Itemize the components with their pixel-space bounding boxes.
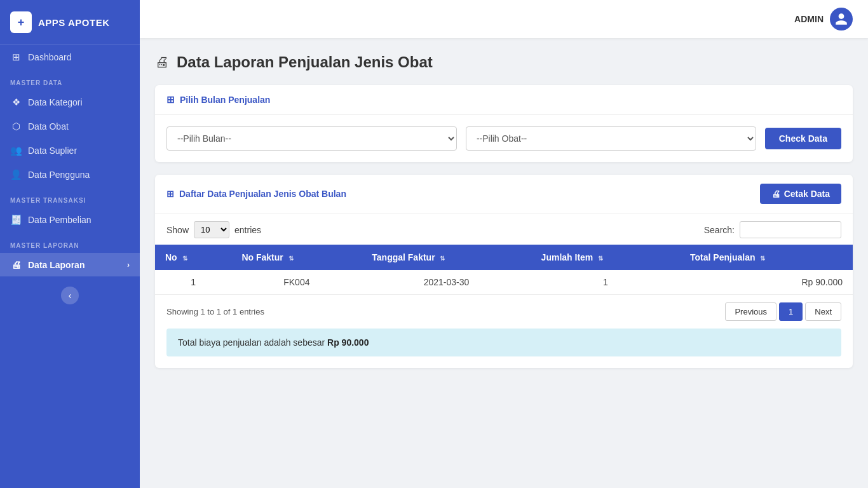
cell-total-penjualan: Rp 90.000 — [680, 270, 853, 294]
total-info: Total biaya penjualan adalah sebesar Rp … — [166, 329, 841, 356]
col-jumlah-item: Jumlah Item ⇅ — [531, 245, 680, 270]
obat-icon: ⬡ — [10, 121, 22, 132]
sidebar-item-label: Dashboard — [28, 52, 72, 62]
table-footer: Showing 1 to 1 of 1 entries Previous 1 N… — [155, 294, 853, 329]
filter-card-title: Pilih Bulan Penjualan — [180, 95, 270, 105]
sidebar-item-data-pengguna[interactable]: 👤 Data Pengguna — [0, 163, 140, 187]
check-data-button[interactable]: Check Data — [765, 128, 841, 149]
dashboard-icon: ⊞ — [10, 51, 22, 63]
topbar: ADMIN — [140, 0, 868, 38]
col-no-faktur: No Faktur ⇅ — [231, 245, 362, 270]
sidebar-item-label: Data Suplier — [28, 146, 77, 156]
col-total-penjualan: Total Penjualan ⇅ — [680, 245, 853, 270]
sidebar-item-data-laporan[interactable]: 🖨 Data Laporan › — [0, 253, 140, 276]
pengguna-icon: 👤 — [10, 169, 22, 180]
cell-no-faktur: FK004 — [231, 270, 362, 294]
sidebar-item-label: Data Kategori — [28, 97, 83, 107]
table-card-icon: ⊞ — [166, 189, 174, 199]
kategori-icon: ❖ — [10, 97, 22, 108]
filter-card-body: --Pilih Bulan-- Januari Februari Maret A… — [155, 115, 853, 162]
search-input[interactable] — [740, 221, 841, 238]
filter-card-header: ⊞ Pilih Bulan Penjualan — [155, 85, 853, 115]
table-row: 1 FK004 2021-03-30 1 Rp 90.000 — [155, 270, 853, 294]
sidebar-item-label: Data Pengguna — [28, 170, 90, 180]
table-card-title: ⊞ Daftar Data Penjualan Jenis Obat Bulan — [166, 189, 346, 199]
cell-jumlah-item: 1 — [531, 270, 680, 294]
logo-icon: + — [10, 11, 32, 33]
section-label-master-transaksi: MASTER TRANSAKSI — [0, 187, 140, 208]
suplier-icon: 👥 — [10, 145, 22, 156]
section-label-master-laporan: MASTER LAPORAN — [0, 232, 140, 253]
entries-select[interactable]: 10 25 50 100 — [194, 221, 229, 238]
sort-icon-no: ⇅ — [182, 255, 187, 262]
table-card-title-text: Daftar Data Penjualan Jenis Obat Bulan — [179, 189, 346, 199]
search-box: Search: — [704, 221, 841, 238]
content-area: 🖨 Data Laporan Penjualan Jenis Obat ⊞ Pi… — [140, 38, 868, 488]
page-title: Data Laporan Penjualan Jenis Obat — [177, 53, 433, 71]
previous-button[interactable]: Previous — [725, 302, 776, 321]
page-header-icon: 🖨 — [155, 54, 169, 71]
sidebar-item-label: Data Pembelian — [28, 215, 92, 225]
table-card-header: ⊞ Daftar Data Penjualan Jenis Obat Bulan… — [155, 175, 853, 214]
table-header-row: No ⇅ No Faktur ⇅ Tanggal Faktur ⇅ Jumlah… — [155, 245, 853, 270]
total-amount: Rp 90.000 — [327, 337, 369, 348]
next-button[interactable]: Next — [805, 302, 841, 321]
sort-icon-jumlah: ⇅ — [598, 255, 603, 262]
pagination: Previous 1 Next — [725, 302, 841, 321]
admin-label: ADMIN — [794, 14, 824, 24]
section-label-master-data: MASTER DATA — [0, 69, 140, 90]
bulan-select[interactable]: --Pilih Bulan-- Januari Februari Maret A… — [166, 126, 457, 151]
table-card: ⊞ Daftar Data Penjualan Jenis Obat Bulan… — [155, 175, 853, 368]
col-no: No ⇅ — [155, 245, 231, 270]
avatar — [830, 8, 853, 30]
show-entries: Show 10 25 50 100 entries — [166, 221, 261, 238]
sidebar-logo: + APPS APOTEK — [0, 0, 140, 45]
show-label: Show — [166, 225, 189, 235]
col-tanggal-faktur: Tanggal Faktur ⇅ — [362, 245, 531, 270]
sidebar-item-data-kategori[interactable]: ❖ Data Kategori — [0, 90, 140, 114]
laporan-arrow-icon: › — [127, 261, 130, 269]
sidebar-item-label: Data Obat — [28, 121, 69, 132]
printer-icon: 🖨 — [771, 189, 780, 199]
filter-card-icon: ⊞ — [166, 94, 175, 105]
page-header: 🖨 Data Laporan Penjualan Jenis Obat — [155, 53, 853, 71]
search-label: Search: — [704, 225, 735, 235]
cell-tanggal-faktur: 2021-03-30 — [362, 270, 531, 294]
cetak-data-button[interactable]: 🖨 Cetak Data — [760, 184, 841, 204]
sidebar-item-data-pembelian[interactable]: 🧾 Data Pembelian — [0, 208, 140, 232]
logo-text: APPS APOTEK — [38, 17, 109, 28]
sort-icon-tanggal: ⇅ — [440, 255, 445, 262]
filter-card: ⊞ Pilih Bulan Penjualan --Pilih Bulan-- … — [155, 85, 853, 162]
main-area: ADMIN 🖨 Data Laporan Penjualan Jenis Oba… — [140, 0, 868, 488]
sidebar-item-dashboard[interactable]: ⊞ Dashboard — [0, 45, 140, 69]
sort-icon-faktur: ⇅ — [288, 255, 294, 262]
sidebar: + APPS APOTEK ⊞ Dashboard MASTER DATA ❖ … — [0, 0, 140, 488]
sidebar-item-data-suplier[interactable]: 👥 Data Suplier — [0, 139, 140, 163]
table-controls: Show 10 25 50 100 entries Search: — [155, 214, 853, 245]
data-table: No ⇅ No Faktur ⇅ Tanggal Faktur ⇅ Jumlah… — [155, 245, 853, 294]
filter-row: --Pilih Bulan-- Januari Februari Maret A… — [166, 126, 841, 151]
total-prefix: Total biaya penjualan adalah sebesar — [178, 337, 325, 348]
showing-text: Showing 1 to 1 of 1 entries — [166, 307, 264, 316]
entries-label: entries — [234, 225, 261, 235]
topbar-user: ADMIN — [794, 8, 853, 30]
sidebar-collapse-button[interactable]: ‹ — [61, 287, 79, 304]
sidebar-item-label: Data Laporan — [28, 260, 85, 270]
pembelian-icon: 🧾 — [10, 214, 22, 226]
sidebar-item-data-obat[interactable]: ⬡ Data Obat — [0, 114, 140, 139]
cetak-label: Cetak Data — [784, 189, 830, 199]
page-1-button[interactable]: 1 — [779, 302, 803, 321]
laporan-icon: 🖨 — [10, 259, 22, 270]
cell-no: 1 — [155, 270, 231, 294]
sort-icon-total: ⇅ — [760, 255, 765, 262]
obat-select[interactable]: --Pilih Obat-- — [466, 126, 756, 151]
